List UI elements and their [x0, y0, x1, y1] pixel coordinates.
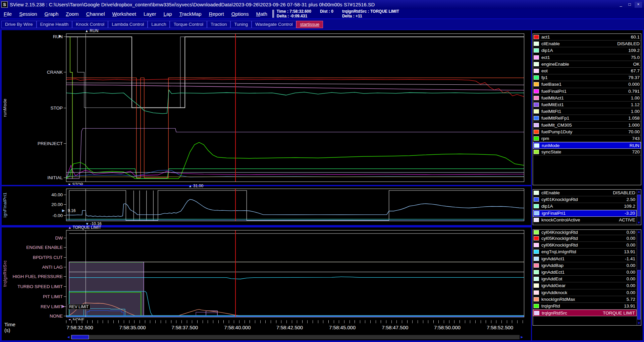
tab-tuning[interactable]: Tuning [230, 21, 252, 28]
channel-row-ignAddEot[interactable]: ignAddEot0.00 [533, 276, 637, 282]
channel-row-knockIgnRtdMax[interactable]: knockIgnRtdMax5.72 [533, 296, 637, 303]
close-button[interactable]: × [635, 2, 642, 8]
channel-row-fp1[interactable]: fp179.37 [533, 74, 641, 81]
channel-name: ignAddknock [541, 290, 627, 295]
scrollbar-thumb[interactable] [71, 335, 89, 339]
scroll-up-arrow-icon[interactable]: ▲ [637, 230, 641, 234]
tab-torque-control[interactable]: Torque Control [170, 21, 207, 28]
scrollbar-track[interactable] [71, 335, 520, 339]
scroll-right-arrow-icon[interactable]: ► [520, 335, 524, 339]
white-cursor[interactable] [86, 189, 86, 221]
tab-drive-by-wire[interactable]: Drive By Wire [1, 21, 37, 28]
menu-item-graph[interactable]: Graph [41, 10, 62, 18]
channel-color-swatch [534, 35, 539, 39]
white-cursor[interactable] [86, 34, 86, 182]
plot-trqIgnRtdSrc[interactable]: ▶REV LIMIT [66, 230, 524, 317]
menu-item-options[interactable]: Options [228, 10, 253, 18]
channel-value: ACTIVE [619, 217, 635, 222]
channel-row-knockControlActive[interactable]: knockControlActiveACTIVE [533, 217, 637, 223]
channel-row-fuelBase1[interactable]: fuelBase10.000 [533, 81, 641, 88]
scroll-up-arrow-icon[interactable]: ▲ [637, 190, 641, 194]
channel-row-ignAddBap[interactable]: ignAddBap0.00 [533, 262, 637, 269]
channel-row-fuelMltFt1[interactable]: fuelMltFt11.00 [533, 108, 641, 115]
channel-row-rpm[interactable]: rpm743 [533, 135, 641, 142]
channel-row-fuelMltRelFp1[interactable]: fuelMltRelFp11.058 [533, 115, 641, 122]
y-axis-tick [64, 316, 66, 316]
channel-row-ignAddGear[interactable]: ignAddGear0.00 [533, 282, 637, 289]
channel-list-scrollbar[interactable]: ▲▼ [637, 190, 641, 225]
menu-item-channel[interactable]: Channel [83, 10, 109, 18]
channel-row-ignFinalPri1[interactable]: ignFinalPri1-3.20 [533, 210, 637, 217]
channel-row-cyl01KnockIgnRtd[interactable]: cyl01KnockIgnRtd2.50 [533, 196, 637, 203]
menu-item-file[interactable]: File [0, 10, 15, 18]
scroll-down-arrow-icon[interactable]: ▼ [637, 321, 641, 325]
menu-item-worksheet[interactable]: Worksheet [109, 10, 140, 18]
window-title: SView 2.15.238 : C:\Users\Taron\Google D… [10, 2, 375, 7]
channel-row-fuelMltEct1[interactable]: fuelMltEct11.12 [533, 101, 641, 108]
channel-color-swatch [534, 69, 539, 73]
red-cursor[interactable] [235, 230, 236, 317]
plot-runMode[interactable] [66, 33, 524, 182]
app-icon: S [1, 1, 8, 8]
channel-list-scrollbar[interactable]: ▲▼ [637, 230, 641, 325]
channel-row-cyl05KnockIgnRtd[interactable]: cyl05KnockIgnRtd0.00 [533, 235, 637, 242]
channel-row-dip1A[interactable]: dip1A109.2 [533, 47, 641, 54]
window-controls: _ □ × [617, 2, 644, 8]
channel-row-engineEnable[interactable]: engineEnableOK [533, 61, 641, 68]
tab-lambda-control[interactable]: Lambda Control [108, 21, 148, 28]
channel-row-fuelMltAct1[interactable]: fuelMltAct11.00 [533, 95, 641, 101]
channel-row-cllEnable[interactable]: cllEnableDISABLED [533, 41, 641, 47]
channel-row-ect1[interactable]: ect175.0 [533, 54, 641, 61]
channel-row-syncState[interactable]: syncState720 [533, 149, 641, 155]
channel-value: 720 [632, 149, 640, 154]
channel-name: knockControlActive [541, 217, 619, 222]
tab-wastegate-control[interactable]: Wastegate Control [252, 21, 296, 28]
menu-item-lap[interactable]: Lap [160, 10, 175, 18]
scrollbar-thumb[interactable] [637, 270, 641, 320]
channel-value: 2.50 [627, 197, 635, 202]
channel-color-swatch [534, 218, 539, 222]
time-scrollbar[interactable]: ◄► [2, 335, 531, 340]
channel-row-cllEnable[interactable]: cllEnableDISABLED [533, 190, 637, 196]
scroll-down-arrow-icon[interactable]: ▼ [637, 221, 641, 225]
maximize-button[interactable]: □ [626, 2, 633, 8]
channel-value: 0.00 [627, 243, 635, 248]
menu-item-trackmap[interactable]: TrackMap [176, 10, 205, 18]
channel-row-ignAddEct1[interactable]: ignAddEct10.00 [533, 269, 637, 276]
tab-startissue[interactable]: startissue [296, 21, 323, 28]
menu-item-math[interactable]: Math [252, 10, 271, 18]
channel-value: 70.00 [628, 129, 640, 134]
channel-row-cyl04KnockIgnRtd[interactable]: cyl04KnockIgnRtd0.00 [533, 230, 637, 235]
tab-knock-control[interactable]: Knock Control [72, 21, 108, 28]
menu-item-report[interactable]: Report [205, 10, 228, 18]
channel-row-fuelMlt_CM305[interactable]: fuelMlt_CM3051.000 [533, 122, 641, 128]
channel-row-fuelPump1Duty[interactable]: fuelPump1Duty70.00 [533, 129, 641, 135]
time-tick-label: 7:58:32.500 [66, 325, 93, 330]
red-cursor[interactable] [235, 34, 236, 182]
channel-row-trqIgnRtd[interactable]: trqIgnRtd13.91 [533, 303, 637, 310]
tab-traction[interactable]: Traction [207, 21, 230, 28]
panel-channel-label: trqIgnRtdSrc [2, 230, 8, 317]
tab-engine-health[interactable]: Engine Health [37, 21, 72, 28]
channel-row-eot[interactable]: eot67.7 [533, 68, 641, 74]
menu-item-zoom[interactable]: Zoom [62, 10, 82, 18]
channel-row-fuelFinalPri1[interactable]: fuelFinalPri10.791 [533, 88, 641, 95]
menu-item-layer[interactable]: Layer [140, 10, 160, 18]
channel-row-act1[interactable]: act160.1 [533, 34, 641, 41]
menu-item-session[interactable]: Session [15, 10, 41, 18]
tab-launch[interactable]: Launch [148, 21, 170, 28]
channel-row-trqIgnRtdSrc[interactable]: trqIgnRtdSrcTORQUE LIMIT [533, 310, 637, 316]
channel-row-ignAddknock[interactable]: ignAddknock0.00 [533, 289, 637, 296]
plot-ignFinalPri1[interactable]: ▶9.16 [66, 189, 524, 221]
channel-value: 0.00 [627, 270, 635, 275]
channel-row-runMode[interactable]: runModeRUN [533, 142, 641, 149]
minimize-button[interactable]: _ [617, 2, 625, 8]
channel-row-dip1A[interactable]: dip1A109.2 [533, 203, 637, 210]
scrollbar-thumb[interactable] [637, 195, 641, 216]
channel-row-ignAddAct1[interactable]: ignAddAct1-1.41 [533, 256, 637, 262]
red-cursor[interactable] [235, 189, 236, 221]
scroll-left-arrow-icon[interactable]: ◄ [66, 335, 71, 339]
channel-row-engTrqLimIgnRtd[interactable]: engTrqLimIgnRtd13.91 [533, 249, 637, 255]
y-axis-tick [64, 37, 66, 37]
channel-row-cyl06KnockIgnRtd[interactable]: cyl06KnockIgnRtd0.00 [533, 242, 637, 249]
